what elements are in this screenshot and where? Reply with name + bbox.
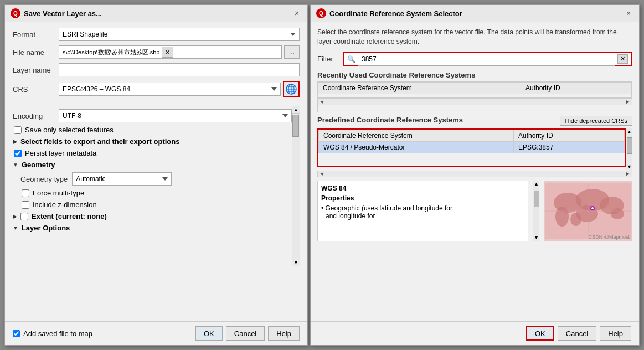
crs-info-scrollbar: ▲ ▼	[533, 181, 539, 241]
hscroll-left-arrow[interactable]: ◄	[319, 99, 324, 105]
filter-input[interactable]	[358, 53, 615, 66]
hscroll-right-arrow[interactable]: ►	[625, 99, 631, 105]
crs-dialog-content: Select the coordinate reference system f…	[311, 22, 639, 321]
extent-checkbox[interactable]	[20, 213, 28, 220]
filter-input-wrap: 🔍 ✕	[343, 52, 632, 66]
geometry-header[interactable]: ▼ Geometry	[13, 161, 292, 169]
layername-label: Layer name	[13, 66, 54, 74]
predefined-hscroll-right[interactable]: ►	[625, 171, 631, 177]
predefined-title: Predefined Coordinate Reference Systems	[317, 116, 463, 124]
layername-input[interactable]	[59, 63, 300, 76]
add-to-map-label: Add saved file to map	[23, 330, 92, 338]
search-icon: 🔍	[347, 55, 356, 63]
scroll-thumb[interactable]	[292, 115, 299, 137]
watermark-text: CSDN @Mapmost	[589, 234, 630, 240]
recently-used-table: Coordinate Reference System Authority ID	[318, 82, 632, 98]
filename-clear-btn[interactable]: ✕	[162, 47, 173, 58]
force-multi-label: Force multi-type	[33, 189, 84, 197]
scroll-down-btn[interactable]: ▼	[292, 259, 300, 266]
geometry-type-select[interactable]: Automatic	[72, 172, 172, 186]
separator-1	[13, 102, 300, 102]
predefined-crs-value: WGS 84 / Pseudo-Mercator	[319, 141, 514, 153]
crs-dialog-footer: OK Cancel Help	[311, 321, 639, 345]
format-label: Format	[13, 30, 54, 39]
predefined-table: Coordinate Reference System Authority ID…	[318, 130, 625, 153]
layer-options-label: Layer Options	[22, 224, 70, 232]
geometry-triangle: ▼	[13, 162, 18, 168]
save-help-button[interactable]: Help	[268, 326, 300, 341]
table-row[interactable]	[318, 94, 632, 97]
browse-button[interactable]: ...	[284, 45, 300, 59]
force-multi-checkbox[interactable]	[22, 189, 29, 197]
svg-point-13	[591, 207, 594, 209]
crs-globe-button[interactable]	[283, 81, 300, 97]
layername-row: Layer name	[13, 63, 300, 76]
crs-info-scroll-down[interactable]: ▼	[534, 234, 539, 241]
format-row: Format ESRI Shapefile	[13, 28, 300, 41]
scroll-up-btn[interactable]: ▲	[292, 106, 300, 114]
recently-used-table-wrap: Coordinate Reference System Authority ID…	[317, 81, 632, 112]
include-z-checkbox[interactable]	[22, 201, 29, 209]
encoding-row: Encoding UTF-8	[13, 106, 292, 126]
geometry-type-row: Geometry type Automatic	[20, 172, 292, 186]
predefined-selected-row[interactable]: WGS 84 / Pseudo-Mercator EPSG:3857	[319, 141, 625, 153]
predefined-table-wrap: Coordinate Reference System Authority ID…	[317, 128, 626, 167]
layer-options-header[interactable]: ▼ Layer Options	[13, 224, 292, 232]
crs-dialog-close[interactable]: ×	[624, 8, 633, 18]
crs-help-button[interactable]: Help	[600, 326, 631, 341]
save-dialog-close[interactable]: ×	[292, 8, 302, 18]
select-fields-label: Select fields to export and their export…	[20, 137, 180, 146]
predefined-scroll-down[interactable]: ▼	[627, 163, 632, 171]
save-cancel-button[interactable]: Cancel	[226, 326, 265, 341]
crs-map-preview: CSDN @Mapmost	[544, 181, 632, 241]
crs-info-scroll-up[interactable]: ▲	[534, 181, 539, 188]
save-selected-label: Save only selected features	[25, 126, 114, 134]
extent-section: ▶ Extent (current: none)	[13, 212, 292, 220]
filename-row: File name s\c\\Desktop\数据\苏州市姑苏区.shp ✕ .…	[13, 45, 300, 59]
force-multi-row: Force multi-type	[20, 189, 292, 197]
crs-info-section: WGS 84 Properties • Geographic (uses lat…	[317, 181, 632, 241]
filter-row: Filter 🔍 ✕	[317, 52, 632, 66]
save-selected-row: Save only selected features	[13, 126, 292, 134]
persist-metadata-checkbox[interactable]	[14, 150, 22, 157]
crs-select[interactable]: EPSG:4326 – WGS 84	[59, 83, 281, 96]
crs-ok-button[interactable]: OK	[526, 326, 554, 341]
hide-deprecated-btn[interactable]: Hide deprecated CRSs	[560, 116, 632, 126]
predefined-authority-col-header: Authority ID	[514, 130, 625, 141]
predefined-scroll-up[interactable]: ▲	[627, 128, 632, 136]
recently-used-title: Recently Used Coordinate Reference Syste…	[317, 71, 632, 79]
filter-label: Filter	[317, 55, 339, 63]
crs-description: Select the coordinate reference system f…	[317, 28, 632, 47]
crs-row: CRS EPSG:4326 – WGS 84	[13, 81, 300, 97]
persist-metadata-row: Persist layer metadata	[13, 149, 292, 157]
save-dialog-titlebar: Q Save Vector Layer as... ×	[5, 5, 307, 22]
left-dialog-scrollbar: ▲ ▼	[292, 106, 300, 266]
format-select[interactable]: ESRI Shapefile	[59, 28, 300, 41]
save-dialog-footer: Add saved file to map OK Cancel Help	[5, 321, 307, 345]
save-dialog-content: Format ESRI Shapefile File name s\c\\Des…	[5, 22, 307, 321]
predefined-hscroll-left[interactable]: ◄	[319, 171, 324, 177]
crs-cancel-button[interactable]: Cancel	[558, 326, 596, 341]
qgis-logo-right: Q	[316, 8, 326, 18]
filter-clear-btn[interactable]: ✕	[617, 54, 628, 64]
save-selected-checkbox[interactable]	[14, 126, 22, 134]
select-fields-header[interactable]: ▶ Select fields to export and their expo…	[13, 137, 292, 146]
layer-options-triangle: ▼	[13, 225, 18, 231]
map-preview-svg	[545, 183, 631, 239]
save-ok-button[interactable]: OK	[195, 326, 223, 341]
recent-authority-col-header: Authority ID	[521, 82, 632, 94]
crs-dialog-titlebar: Q Coordinate Reference System Selector ×	[311, 5, 639, 22]
svg-point-9	[555, 207, 569, 227]
predefined-scroll-thumb[interactable]	[627, 137, 632, 154]
recent-table-hscroll: ◄ ►	[318, 98, 632, 105]
crs-info-scroll-thumb[interactable]	[534, 191, 539, 207]
crs-selector-dialog: Q Coordinate Reference System Selector ×…	[310, 4, 640, 346]
add-to-map-checkbox[interactable]	[13, 330, 20, 337]
crs-info-extra: and longitude for	[321, 212, 524, 220]
encoding-select[interactable]: UTF-8	[59, 109, 292, 122]
crs-dialog-title: Coordinate Reference System Selector	[329, 9, 462, 18]
encoding-label: Encoding	[13, 112, 54, 120]
recent-crs-col-header: Coordinate Reference System	[318, 82, 521, 94]
select-fields-triangle: ▶	[13, 138, 17, 145]
predefined-authority-id: EPSG:3857	[514, 141, 625, 153]
